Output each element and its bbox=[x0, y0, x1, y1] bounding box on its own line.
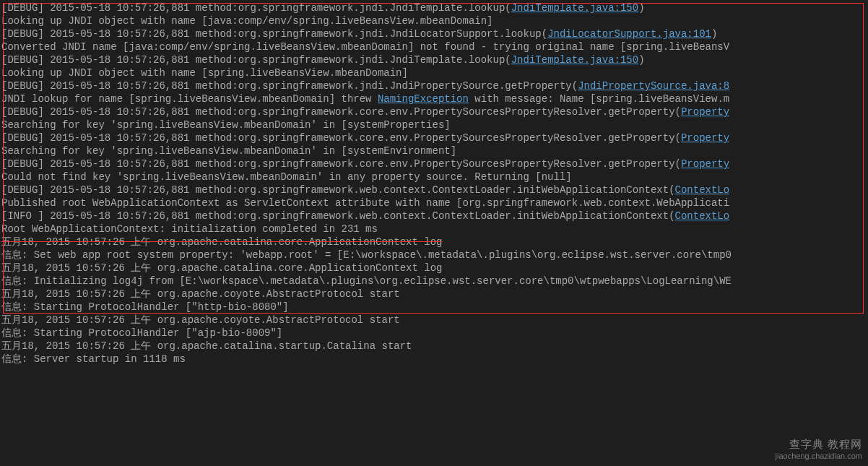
source-link[interactable]: JndiTemplate.java:150 bbox=[511, 54, 638, 66]
log-text: 五月18, 2015 10:57:26 上午 org.apache.catali… bbox=[1, 262, 443, 274]
log-text: 五月18, 2015 10:57:26 上午 org.apache.coyote… bbox=[1, 288, 400, 300]
log-line: Could not find key 'spring.liveBeansView… bbox=[1, 171, 867, 184]
log-line: 信息: Starting ProtocolHandler ["ajp-bio-8… bbox=[1, 327, 867, 340]
log-line: Root WebApplicationContext: initializati… bbox=[1, 223, 867, 236]
log-line: JNDI lookup for name [spring.liveBeansVi… bbox=[1, 92, 867, 105]
log-text: 五月18, 2015 10:57:26 上午 org.apache.coyote… bbox=[1, 314, 400, 326]
log-line: 五月18, 2015 10:57:26 上午 org.apache.coyote… bbox=[1, 314, 867, 327]
log-line: 五月18, 2015 10:57:26 上午 org.apache.catali… bbox=[1, 340, 867, 353]
log-text: [DEBUG] 2015-05-18 10:57:26,881 method:o… bbox=[1, 158, 681, 170]
log-line: Looking up JNDI object with name [spring… bbox=[1, 66, 867, 79]
source-link[interactable]: ContextLo bbox=[675, 184, 730, 196]
log-text: [DEBUG] 2015-05-18 10:57:26,881 method:o… bbox=[1, 106, 681, 118]
log-line: Searching for key 'spring.liveBeansView.… bbox=[1, 144, 867, 158]
log-text: ) bbox=[638, 2, 644, 14]
watermark-title: 查字典 教程网 bbox=[776, 438, 862, 452]
watermark-url: jiaocheng.chazidian.com bbox=[776, 452, 862, 460]
log-text: [DEBUG] 2015-05-18 10:57:26,881 method:o… bbox=[1, 184, 675, 196]
log-line: [DEBUG] 2015-05-18 10:57:26,881 method:o… bbox=[1, 158, 867, 171]
source-link[interactable]: JndiPropertySource.java:8 bbox=[578, 80, 729, 92]
log-text: [DEBUG] 2015-05-18 10:57:26,881 method:o… bbox=[1, 2, 511, 14]
log-line: [DEBUG] 2015-05-18 10:57:26,881 method:o… bbox=[1, 105, 867, 118]
source-link[interactable]: JndiLocatorSupport.java:101 bbox=[547, 28, 711, 40]
log-text: with message: Name [spring.liveBeansView… bbox=[469, 93, 729, 105]
log-line: [DEBUG] 2015-05-18 10:57:26,881 method:o… bbox=[1, 27, 867, 40]
log-text: Published root WebApplicationContext as … bbox=[1, 197, 729, 209]
log-text: 信息: Starting ProtocolHandler ["http-bio-… bbox=[1, 301, 289, 313]
log-line: Published root WebApplicationContext as … bbox=[1, 197, 867, 210]
log-line: [DEBUG] 2015-05-18 10:57:26,881 method:o… bbox=[1, 131, 867, 144]
log-text: 信息: Server startup in 1118 ms bbox=[1, 353, 186, 365]
source-link[interactable]: JndiTemplate.java:150 bbox=[511, 2, 638, 14]
log-text: [DEBUG] 2015-05-18 10:57:26,881 method:o… bbox=[1, 28, 547, 40]
log-text: ) bbox=[638, 54, 644, 66]
log-text: JNDI lookup for name [spring.liveBeansVi… bbox=[1, 93, 378, 105]
watermark: 查字典 教程网 jiaocheng.chazidian.com bbox=[776, 438, 862, 460]
log-text: Could not find key 'spring.liveBeansView… bbox=[1, 171, 572, 183]
log-line: 五月18, 2015 10:57:26 上午 org.apache.coyote… bbox=[1, 288, 867, 301]
log-line: 五月18, 2015 10:57:26 上午 org.apache.catali… bbox=[1, 262, 867, 275]
log-text: Looking up JNDI object with name [java:c… bbox=[1, 15, 493, 27]
log-text: 信息: Initializing log4j from [E:\workspac… bbox=[1, 275, 732, 287]
log-line: 信息: Server startup in 1118 ms bbox=[1, 353, 867, 366]
log-text: ) bbox=[711, 28, 717, 40]
log-line: [INFO ] 2015-05-18 10:57:26,881 method:o… bbox=[1, 210, 867, 223]
console-output[interactable]: [DEBUG] 2015-05-18 10:57:26,881 method:o… bbox=[0, 0, 868, 367]
log-line: 五月18, 2015 10:57:26 上午 org.apache.catali… bbox=[1, 236, 867, 249]
log-line: Looking up JNDI object with name [java:c… bbox=[1, 14, 867, 27]
source-link[interactable]: ContextLo bbox=[675, 210, 730, 222]
source-link[interactable]: Property bbox=[681, 158, 729, 170]
log-line: 信息: Starting ProtocolHandler ["http-bio-… bbox=[1, 301, 867, 314]
source-link[interactable]: NamingException bbox=[378, 93, 469, 105]
log-text: 信息: Set web app root system property: 'w… bbox=[1, 249, 732, 261]
log-text: [DEBUG] 2015-05-18 10:57:26,881 method:o… bbox=[1, 54, 511, 66]
log-line: 信息: Initializing log4j from [E:\workspac… bbox=[1, 275, 867, 288]
log-text: 五月18, 2015 10:57:26 上午 org.apache.catali… bbox=[1, 236, 443, 248]
log-line: [DEBUG] 2015-05-18 10:57:26,881 method:o… bbox=[1, 53, 867, 66]
source-link[interactable]: Property bbox=[681, 132, 729, 144]
source-link[interactable]: Property bbox=[681, 106, 729, 118]
log-line: [DEBUG] 2015-05-18 10:57:26,881 method:o… bbox=[1, 184, 867, 197]
log-text: Root WebApplicationContext: initializati… bbox=[1, 223, 378, 235]
log-text: [INFO ] 2015-05-18 10:57:26,881 method:o… bbox=[1, 210, 675, 222]
log-line: 信息: Set web app root system property: 'w… bbox=[1, 249, 867, 262]
log-text: Searching for key 'spring.liveBeansView.… bbox=[1, 145, 456, 157]
log-line: Converted JNDI name [java:comp/env/sprin… bbox=[1, 40, 867, 53]
log-text: 信息: Starting ProtocolHandler ["ajp-bio-8… bbox=[1, 327, 282, 339]
log-line: [DEBUG] 2015-05-18 10:57:26,881 method:o… bbox=[1, 1, 867, 14]
log-text: Looking up JNDI object with name [spring… bbox=[1, 67, 408, 79]
log-text: Converted JNDI name [java:comp/env/sprin… bbox=[1, 41, 729, 53]
log-text: Searching for key 'spring.liveBeansView.… bbox=[1, 119, 451, 131]
log-line: [DEBUG] 2015-05-18 10:57:26,881 method:o… bbox=[1, 79, 867, 92]
log-text: [DEBUG] 2015-05-18 10:57:26,881 method:o… bbox=[1, 132, 681, 144]
log-text: [DEBUG] 2015-05-18 10:57:26,881 method:o… bbox=[1, 80, 578, 92]
log-text: 五月18, 2015 10:57:26 上午 org.apache.catali… bbox=[1, 340, 412, 352]
log-line: Searching for key 'spring.liveBeansView.… bbox=[1, 118, 867, 131]
